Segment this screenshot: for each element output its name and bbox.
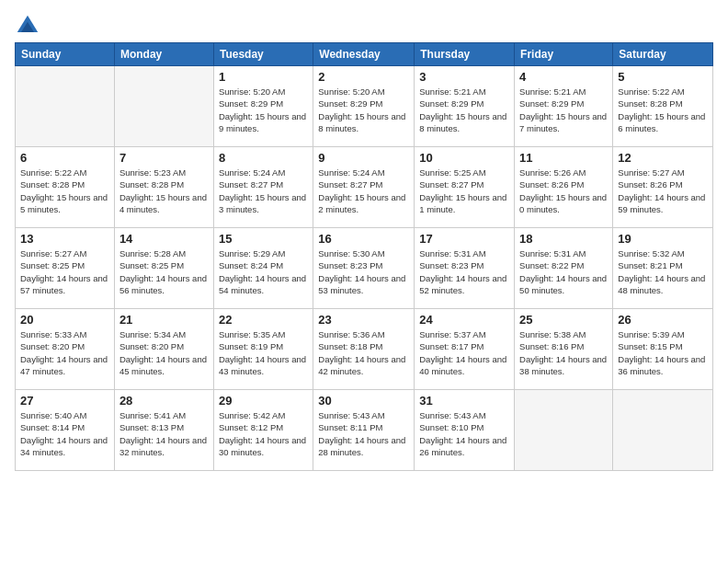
calendar-cell xyxy=(16,66,115,147)
day-info: Sunrise: 5:37 AMSunset: 8:17 PMDaylight:… xyxy=(419,328,509,377)
day-number: 11 xyxy=(519,151,608,165)
day-info: Sunrise: 5:29 AMSunset: 8:24 PMDaylight:… xyxy=(219,247,308,296)
day-number: 7 xyxy=(119,151,209,165)
day-number: 4 xyxy=(519,70,608,84)
day-number: 24 xyxy=(419,313,509,327)
calendar-cell: 30Sunrise: 5:43 AMSunset: 8:11 PMDayligh… xyxy=(313,390,415,471)
day-info: Sunrise: 5:39 AMSunset: 8:15 PMDaylight:… xyxy=(618,328,708,377)
calendar-cell: 19Sunrise: 5:32 AMSunset: 8:21 PMDayligh… xyxy=(613,228,713,309)
day-info: Sunrise: 5:33 AMSunset: 8:20 PMDaylight:… xyxy=(20,328,109,377)
weekday-header: Monday xyxy=(114,43,213,66)
day-info: Sunrise: 5:24 AMSunset: 8:27 PMDaylight:… xyxy=(219,167,308,215)
day-info: Sunrise: 5:23 AMSunset: 8:28 PMDaylight:… xyxy=(119,167,209,215)
calendar-cell: 8Sunrise: 5:24 AMSunset: 8:27 PMDaylight… xyxy=(213,147,313,228)
calendar-cell: 24Sunrise: 5:37 AMSunset: 8:17 PMDayligh… xyxy=(415,309,515,390)
day-number: 26 xyxy=(618,313,708,327)
day-number: 25 xyxy=(519,313,608,327)
calendar-cell: 4Sunrise: 5:21 AMSunset: 8:29 PMDaylight… xyxy=(515,66,613,147)
calendar-body: 1Sunrise: 5:20 AMSunset: 8:29 PMDaylight… xyxy=(16,66,713,471)
day-info: Sunrise: 5:27 AMSunset: 8:26 PMDaylight:… xyxy=(618,167,708,215)
day-number: 13 xyxy=(20,232,109,246)
weekday-row: SundayMondayTuesdayWednesdayThursdayFrid… xyxy=(16,43,713,66)
calendar-cell: 1Sunrise: 5:20 AMSunset: 8:29 PMDaylight… xyxy=(213,66,313,147)
day-number: 18 xyxy=(519,232,608,246)
calendar-cell: 26Sunrise: 5:39 AMSunset: 8:15 PMDayligh… xyxy=(613,309,713,390)
day-number: 21 xyxy=(119,313,209,327)
day-info: Sunrise: 5:21 AMSunset: 8:29 PMDaylight:… xyxy=(419,86,509,134)
calendar-cell: 9Sunrise: 5:24 AMSunset: 8:27 PMDaylight… xyxy=(313,147,415,228)
calendar-cell: 17Sunrise: 5:31 AMSunset: 8:23 PMDayligh… xyxy=(415,228,515,309)
calendar-cell: 31Sunrise: 5:43 AMSunset: 8:10 PMDayligh… xyxy=(415,390,515,471)
calendar-cell: 29Sunrise: 5:42 AMSunset: 8:12 PMDayligh… xyxy=(213,390,313,471)
calendar-cell: 21Sunrise: 5:34 AMSunset: 8:20 PMDayligh… xyxy=(114,309,213,390)
day-info: Sunrise: 5:34 AMSunset: 8:20 PMDaylight:… xyxy=(119,328,209,377)
day-number: 29 xyxy=(219,394,308,408)
day-number: 16 xyxy=(318,232,409,246)
page: SundayMondayTuesdayWednesdayThursdayFrid… xyxy=(0,0,728,563)
day-number: 27 xyxy=(20,394,109,408)
day-info: Sunrise: 5:31 AMSunset: 8:22 PMDaylight:… xyxy=(519,247,608,296)
day-number: 6 xyxy=(20,151,109,165)
day-info: Sunrise: 5:28 AMSunset: 8:25 PMDaylight:… xyxy=(119,247,209,296)
day-info: Sunrise: 5:36 AMSunset: 8:18 PMDaylight:… xyxy=(318,328,409,377)
day-number: 3 xyxy=(419,70,509,84)
day-info: Sunrise: 5:41 AMSunset: 8:13 PMDaylight:… xyxy=(119,409,209,458)
calendar-cell: 12Sunrise: 5:27 AMSunset: 8:26 PMDayligh… xyxy=(613,147,713,228)
weekday-header: Sunday xyxy=(16,43,115,66)
day-number: 22 xyxy=(219,313,308,327)
day-number: 31 xyxy=(419,394,509,408)
day-info: Sunrise: 5:27 AMSunset: 8:25 PMDaylight:… xyxy=(20,247,109,296)
day-info: Sunrise: 5:40 AMSunset: 8:14 PMDaylight:… xyxy=(20,409,109,458)
day-info: Sunrise: 5:26 AMSunset: 8:26 PMDaylight:… xyxy=(519,167,608,215)
week-row: 20Sunrise: 5:33 AMSunset: 8:20 PMDayligh… xyxy=(16,309,713,390)
day-info: Sunrise: 5:20 AMSunset: 8:29 PMDaylight:… xyxy=(318,86,409,134)
day-number: 28 xyxy=(119,394,209,408)
day-number: 10 xyxy=(419,151,509,165)
week-row: 6Sunrise: 5:22 AMSunset: 8:28 PMDaylight… xyxy=(16,147,713,228)
day-info: Sunrise: 5:38 AMSunset: 8:16 PMDaylight:… xyxy=(519,328,608,377)
day-info: Sunrise: 5:42 AMSunset: 8:12 PMDaylight:… xyxy=(219,409,308,458)
calendar-cell: 23Sunrise: 5:36 AMSunset: 8:18 PMDayligh… xyxy=(313,309,415,390)
calendar-cell: 13Sunrise: 5:27 AMSunset: 8:25 PMDayligh… xyxy=(16,228,115,309)
day-number: 2 xyxy=(318,70,409,84)
day-info: Sunrise: 5:24 AMSunset: 8:27 PMDaylight:… xyxy=(318,167,409,215)
week-row: 27Sunrise: 5:40 AMSunset: 8:14 PMDayligh… xyxy=(16,390,713,471)
calendar-cell xyxy=(515,390,613,471)
logo-icon xyxy=(15,13,40,39)
calendar-header: SundayMondayTuesdayWednesdayThursdayFrid… xyxy=(16,43,713,66)
calendar-cell: 5Sunrise: 5:22 AMSunset: 8:28 PMDaylight… xyxy=(613,66,713,147)
day-number: 30 xyxy=(318,394,409,408)
calendar-cell: 27Sunrise: 5:40 AMSunset: 8:14 PMDayligh… xyxy=(16,390,115,471)
logo xyxy=(15,13,44,39)
day-info: Sunrise: 5:31 AMSunset: 8:23 PMDaylight:… xyxy=(419,247,509,296)
day-info: Sunrise: 5:21 AMSunset: 8:29 PMDaylight:… xyxy=(519,86,608,134)
day-number: 20 xyxy=(20,313,109,327)
day-info: Sunrise: 5:43 AMSunset: 8:10 PMDaylight:… xyxy=(419,409,509,458)
day-number: 17 xyxy=(419,232,509,246)
day-number: 9 xyxy=(318,151,409,165)
weekday-header: Thursday xyxy=(415,43,515,66)
day-number: 15 xyxy=(219,232,308,246)
calendar: SundayMondayTuesdayWednesdayThursdayFrid… xyxy=(15,42,713,471)
calendar-cell: 28Sunrise: 5:41 AMSunset: 8:13 PMDayligh… xyxy=(114,390,213,471)
day-info: Sunrise: 5:25 AMSunset: 8:27 PMDaylight:… xyxy=(419,167,509,215)
day-info: Sunrise: 5:30 AMSunset: 8:23 PMDaylight:… xyxy=(318,247,409,296)
day-number: 8 xyxy=(219,151,308,165)
day-info: Sunrise: 5:22 AMSunset: 8:28 PMDaylight:… xyxy=(20,167,109,215)
week-row: 1Sunrise: 5:20 AMSunset: 8:29 PMDaylight… xyxy=(16,66,713,147)
weekday-header: Friday xyxy=(515,43,613,66)
calendar-cell: 18Sunrise: 5:31 AMSunset: 8:22 PMDayligh… xyxy=(515,228,613,309)
calendar-cell: 16Sunrise: 5:30 AMSunset: 8:23 PMDayligh… xyxy=(313,228,415,309)
day-number: 19 xyxy=(618,232,708,246)
day-info: Sunrise: 5:20 AMSunset: 8:29 PMDaylight:… xyxy=(219,86,308,134)
calendar-cell: 2Sunrise: 5:20 AMSunset: 8:29 PMDaylight… xyxy=(313,66,415,147)
calendar-cell: 7Sunrise: 5:23 AMSunset: 8:28 PMDaylight… xyxy=(114,147,213,228)
day-info: Sunrise: 5:22 AMSunset: 8:28 PMDaylight:… xyxy=(618,86,708,134)
weekday-header: Saturday xyxy=(613,43,713,66)
weekday-header: Tuesday xyxy=(213,43,313,66)
calendar-cell: 14Sunrise: 5:28 AMSunset: 8:25 PMDayligh… xyxy=(114,228,213,309)
calendar-cell: 20Sunrise: 5:33 AMSunset: 8:20 PMDayligh… xyxy=(16,309,115,390)
day-number: 12 xyxy=(618,151,708,165)
calendar-cell xyxy=(613,390,713,471)
day-info: Sunrise: 5:32 AMSunset: 8:21 PMDaylight:… xyxy=(618,247,708,296)
